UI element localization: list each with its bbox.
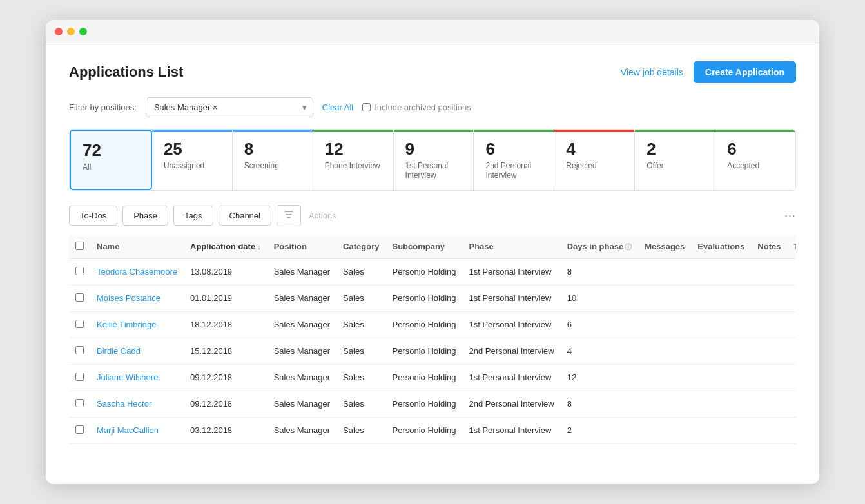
stat-card-all[interactable]: 72All xyxy=(70,130,152,190)
stat-card-accepted[interactable]: 6Accepted xyxy=(715,130,795,190)
table-body: Teodora Chasemoore13.08.2019Sales Manage… xyxy=(69,258,796,443)
stat-card-phone-interview[interactable]: 12Phone Interview xyxy=(313,130,394,190)
col-header-notes: Notes xyxy=(751,235,787,259)
archived-checkbox[interactable] xyxy=(362,103,371,111)
col-header-category: Category xyxy=(336,235,385,259)
cell-subcompany: Personio Holding xyxy=(385,338,462,364)
cell-days: 6 xyxy=(561,311,638,338)
cell-name[interactable]: Sascha Hector xyxy=(90,391,184,417)
cell-phase: 1st Personal Interview xyxy=(462,364,560,391)
stat-label: 1st Personal Interview xyxy=(405,161,462,181)
row-checkbox[interactable] xyxy=(75,425,84,434)
cell-evaluations xyxy=(691,364,751,391)
cell-tags xyxy=(787,391,796,417)
row-checkbox-cell xyxy=(69,311,90,338)
row-checkbox[interactable] xyxy=(75,346,84,354)
cell-position: Sales Manager xyxy=(267,311,336,338)
filter-icon-button[interactable] xyxy=(277,205,301,226)
stat-card-2nd-personal-interview[interactable]: 62nd Personal Interview xyxy=(474,130,554,190)
stat-bar xyxy=(715,130,795,132)
stat-bar xyxy=(394,130,474,132)
filter-select-wrap: Sales Manager × xyxy=(146,97,313,117)
stat-label: Rejected xyxy=(566,161,623,171)
cell-phase: 1st Personal Interview xyxy=(462,311,560,338)
cell-name[interactable]: Moises Postance xyxy=(90,285,184,311)
cell-date: 09.12.2018 xyxy=(184,391,267,417)
cell-name[interactable]: Kellie Timbridge xyxy=(90,311,184,338)
col-header-date[interactable]: Application date↓ xyxy=(184,235,267,259)
cell-days: 2 xyxy=(561,417,638,443)
view-job-link[interactable]: View job details xyxy=(621,67,683,77)
cell-notes xyxy=(751,364,787,391)
cell-name[interactable]: Birdie Cadd xyxy=(90,338,184,364)
stat-card-1st-personal-interview[interactable]: 91st Personal Interview xyxy=(394,130,474,190)
cell-tags xyxy=(787,258,796,285)
cell-tags xyxy=(787,364,796,391)
create-application-button[interactable]: Create Application xyxy=(694,61,796,83)
cell-name[interactable]: Teodora Chasemoore xyxy=(90,258,184,285)
filter-label: Filter by positions: xyxy=(69,102,137,112)
cell-phase: 2nd Personal Interview xyxy=(462,391,560,417)
maximize-icon[interactable] xyxy=(79,28,87,35)
cell-category: Sales xyxy=(336,364,385,391)
row-checkbox[interactable] xyxy=(75,320,84,328)
clear-all-link[interactable]: Clear All xyxy=(322,102,353,112)
cell-category: Sales xyxy=(336,417,385,443)
table-row: Teodora Chasemoore13.08.2019Sales Manage… xyxy=(69,258,796,285)
minimize-icon[interactable] xyxy=(67,28,75,35)
app-window: Applications List View job details Creat… xyxy=(46,20,819,484)
cell-messages xyxy=(638,311,691,338)
stat-label: All xyxy=(83,162,139,173)
table-row: Kellie Timbridge18.12.2018Sales ManagerS… xyxy=(69,311,796,338)
cell-notes xyxy=(751,285,787,311)
page-header: Applications List View job details Creat… xyxy=(69,61,796,83)
cell-position: Sales Manager xyxy=(267,285,336,311)
stat-card-screening[interactable]: 8Screening xyxy=(233,130,313,190)
cell-position: Sales Manager xyxy=(267,417,336,443)
close-icon[interactable] xyxy=(55,28,63,35)
stat-number: 9 xyxy=(405,140,462,159)
cell-evaluations xyxy=(691,417,751,443)
more-options-button[interactable]: ··· xyxy=(784,209,796,222)
stat-label: Accepted xyxy=(727,161,784,171)
cell-tags xyxy=(787,417,796,443)
cell-notes xyxy=(751,258,787,285)
row-checkbox-cell xyxy=(69,391,90,417)
cell-category: Sales xyxy=(336,311,385,338)
cell-tags xyxy=(787,285,796,311)
stat-bar xyxy=(474,130,554,132)
positions-select[interactable]: Sales Manager × xyxy=(146,97,313,117)
phase-button[interactable]: Phase xyxy=(122,206,168,226)
info-icon: ⓘ xyxy=(625,243,632,251)
col-header-position: Position xyxy=(267,235,336,259)
cell-evaluations xyxy=(691,391,751,417)
row-checkbox[interactable] xyxy=(75,267,84,275)
todos-button[interactable]: To-Dos xyxy=(69,206,117,226)
tags-button[interactable]: Tags xyxy=(173,206,213,226)
cell-date: 15.12.2018 xyxy=(184,338,267,364)
row-checkbox[interactable] xyxy=(75,399,84,407)
row-checkbox[interactable] xyxy=(75,293,84,302)
table-header: NameApplication date↓PositionCategorySub… xyxy=(69,235,796,259)
stat-card-rejected[interactable]: 4Rejected xyxy=(554,130,635,190)
cell-days: 8 xyxy=(561,391,638,417)
applications-table: NameApplication date↓PositionCategorySub… xyxy=(69,235,796,444)
cell-tags xyxy=(787,311,796,338)
cell-name[interactable]: Juliane Wilshere xyxy=(90,364,184,391)
cell-messages xyxy=(638,391,691,417)
table-row: Moises Postance01.01.2019Sales ManagerSa… xyxy=(69,285,796,311)
channel-button[interactable]: Channel xyxy=(219,206,271,226)
stat-card-offer[interactable]: 2Offer xyxy=(635,130,715,190)
archived-label[interactable]: Include archived positions xyxy=(362,102,471,112)
cell-notes xyxy=(751,391,787,417)
row-checkbox[interactable] xyxy=(75,373,84,381)
filter-bar: Filter by positions: Sales Manager × Cle… xyxy=(69,97,796,117)
cell-category: Sales xyxy=(336,338,385,364)
cell-subcompany: Personio Holding xyxy=(385,258,462,285)
cell-name[interactable]: Marji MacCallion xyxy=(90,417,184,443)
cell-category: Sales xyxy=(336,258,385,285)
select-all-checkbox[interactable] xyxy=(75,242,84,250)
stat-card-unassigned[interactable]: 25Unassigned xyxy=(152,130,233,190)
cell-messages xyxy=(638,417,691,443)
cell-evaluations xyxy=(691,258,751,285)
